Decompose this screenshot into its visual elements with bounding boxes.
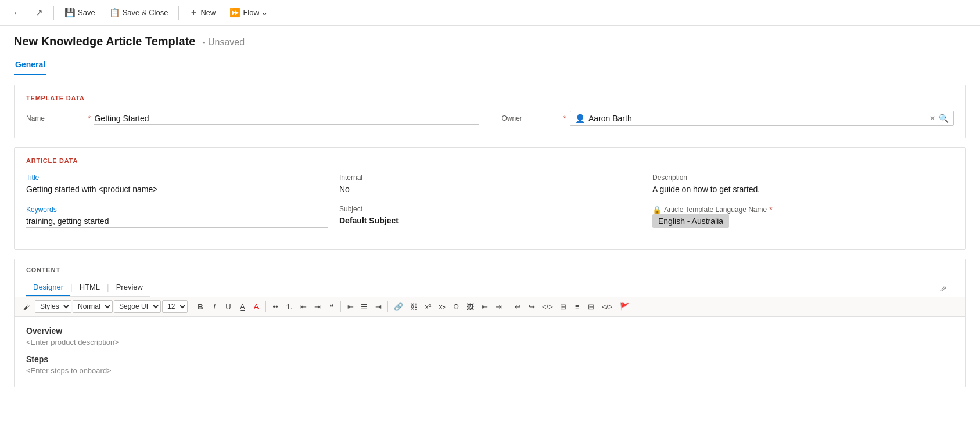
editor-sep-1 xyxy=(191,301,191,312)
code-btn[interactable]: </> xyxy=(599,301,616,313)
editor-body[interactable]: Overview <Enter product description> Ste… xyxy=(15,317,965,387)
styles-select[interactable]: Styles xyxy=(35,300,71,313)
expand-icon[interactable]: ⇗ xyxy=(940,284,947,293)
save-label: Save xyxy=(78,8,95,17)
superscript-btn[interactable]: x² xyxy=(422,301,435,313)
format-select[interactable]: Normal xyxy=(73,300,113,313)
template-data-title: TEMPLATE DATA xyxy=(26,95,954,102)
description-field: Description A guide on how to get starte… xyxy=(652,174,954,196)
lang-value[interactable]: English - Australia xyxy=(652,214,729,228)
save-icon: 💾 xyxy=(64,8,76,18)
internal-field: Internal No xyxy=(339,174,641,196)
lang-label: Article Template Language Name xyxy=(664,205,767,214)
description-label: Description xyxy=(652,174,954,182)
description-value: A guide on how to get started. xyxy=(652,183,954,196)
editor-placeholder-2[interactable]: <Enter steps to onboard> xyxy=(26,366,954,375)
tab-preview[interactable]: Preview xyxy=(109,279,150,296)
special-char-btn[interactable]: Ω xyxy=(450,301,462,313)
article-data-section: ARTICLE DATA Title Getting started with … xyxy=(14,147,966,250)
table-btn[interactable]: ⊞ xyxy=(557,301,570,313)
owner-search-icon[interactable]: 🔍 xyxy=(939,114,949,123)
keywords-label: Keywords xyxy=(26,205,328,214)
owner-required: * xyxy=(563,114,566,123)
lang-label-group: 🔒 Article Template Language Name * xyxy=(652,205,954,214)
keywords-field: Keywords training, getting started xyxy=(26,205,328,228)
save-button[interactable]: 💾 Save xyxy=(59,4,101,21)
indent-btn[interactable]: ⇥ xyxy=(311,301,324,313)
content-header: CONTENT Designer | HTML | Preview ⇗ xyxy=(15,259,965,297)
owner-value: Aaron Barth xyxy=(588,114,926,123)
tab-html[interactable]: HTML xyxy=(73,279,107,296)
internal-label: Internal xyxy=(339,174,641,182)
page-title-bar: New Knowledge Article Template - Unsaved xyxy=(0,26,980,48)
toolbar-divider-1 xyxy=(53,6,54,20)
subscript-btn[interactable]: x₂ xyxy=(436,301,448,313)
tab-designer[interactable]: Designer xyxy=(26,279,70,296)
align-left-btn[interactable]: ⇤ xyxy=(344,301,357,313)
new-icon: ＋ xyxy=(189,7,198,18)
underline-button[interactable]: U xyxy=(222,301,235,313)
article-col-2: Internal No Subject Default Subject xyxy=(339,174,641,237)
flow-chevron-icon: ⌄ xyxy=(261,8,268,17)
new-label: New xyxy=(200,8,216,17)
title-value[interactable]: Getting started with <product name> xyxy=(26,183,328,196)
image-btn[interactable]: 🖼 xyxy=(464,301,477,313)
size-select[interactable]: 12 xyxy=(162,300,188,313)
flow-button[interactable]: ⏩ Flow ⌄ xyxy=(224,4,273,21)
italic-button[interactable]: I xyxy=(208,301,221,313)
source-btn[interactable]: </> xyxy=(539,301,556,313)
article-data-title: ARTICLE DATA xyxy=(26,157,954,164)
tabs-bar: General xyxy=(0,48,980,75)
editor-format-paint-btn[interactable]: 🖌 xyxy=(20,301,34,313)
keywords-value[interactable]: training, getting started xyxy=(26,215,328,228)
owner-clear-icon[interactable]: ✕ xyxy=(929,114,935,122)
editor-toolbar: 🖌 Styles Normal Segoe UI 12 B I U A̲ A •… xyxy=(15,297,965,317)
subject-value[interactable]: Default Subject xyxy=(339,214,641,227)
save-close-button[interactable]: 📋 Save & Close xyxy=(103,4,174,21)
flag-btn[interactable]: 🚩 xyxy=(617,301,632,313)
owner-field[interactable]: 👤 Aaron Barth ✕ 🔍 xyxy=(570,111,954,126)
editor-sep-2 xyxy=(265,301,266,312)
flow-icon: ⏩ xyxy=(229,8,240,18)
editor-sep-3 xyxy=(340,301,341,312)
share-icon: ↗ xyxy=(35,8,43,18)
bold-button[interactable]: B xyxy=(194,301,207,313)
ul-btn[interactable]: •• xyxy=(269,301,282,313)
content-tabs-row: Designer | HTML | Preview ⇗ xyxy=(26,279,954,297)
back-button[interactable]: ← xyxy=(7,4,27,21)
ltr-btn[interactable]: ⇥ xyxy=(492,301,505,313)
page-break-btn[interactable]: ⊟ xyxy=(585,301,598,313)
font-color-btn[interactable]: A xyxy=(250,301,263,313)
align-center-btn[interactable]: ☰ xyxy=(358,301,371,313)
title-label: Title xyxy=(26,174,328,182)
rtl-btn[interactable]: ⇤ xyxy=(478,301,491,313)
font-select[interactable]: Segoe UI xyxy=(114,300,161,313)
editor-placeholder-1[interactable]: <Enter product description> xyxy=(26,338,954,346)
article-col-3: Description A guide on how to get starte… xyxy=(652,174,954,237)
flow-label: Flow xyxy=(243,8,259,17)
language-field: 🔒 Article Template Language Name * Engli… xyxy=(652,205,954,226)
save-close-icon: 📋 xyxy=(109,8,120,18)
content-title: CONTENT xyxy=(26,266,954,273)
owner-label: Owner xyxy=(502,114,560,122)
list-btn[interactable]: ≡ xyxy=(571,301,584,313)
ol-btn[interactable]: 1. xyxy=(283,301,296,313)
toolbar-divider-2 xyxy=(178,6,179,20)
link-btn[interactable]: 🔗 xyxy=(391,301,406,313)
undo-btn[interactable]: ↩ xyxy=(511,301,524,313)
name-input[interactable] xyxy=(94,113,478,125)
outdent-btn[interactable]: ⇤ xyxy=(297,301,310,313)
editor-heading-1: Overview xyxy=(26,326,954,335)
editor-sep-5 xyxy=(508,301,508,312)
tab-general[interactable]: General xyxy=(14,55,46,75)
title-field: Title Getting started with <product name… xyxy=(26,174,328,196)
internal-value: No xyxy=(339,183,641,196)
new-button[interactable]: ＋ New xyxy=(184,3,221,21)
redo-btn[interactable]: ↪ xyxy=(525,301,538,313)
unlink-btn[interactable]: ⛓ xyxy=(407,301,421,313)
subject-label: Subject xyxy=(339,205,641,213)
blockquote-btn[interactable]: ❝ xyxy=(325,301,338,313)
align-right-btn[interactable]: ⇥ xyxy=(372,301,385,313)
share-button[interactable]: ↗ xyxy=(30,4,49,21)
highlight-btn[interactable]: A̲ xyxy=(236,301,249,313)
